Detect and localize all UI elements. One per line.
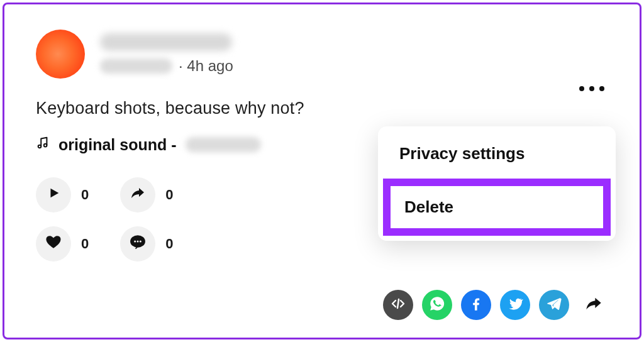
user-block: · 4h ago <box>100 30 233 75</box>
username-redacted <box>100 33 232 51</box>
like-stat: 0 <box>36 226 89 262</box>
post-timestamp: · 4h ago <box>179 57 233 75</box>
heart-icon <box>45 234 62 254</box>
options-popup: Privacy settings Delete <box>378 126 616 241</box>
svg-point-3 <box>134 240 136 242</box>
share-button[interactable] <box>120 177 155 212</box>
telegram-icon <box>546 295 562 314</box>
svg-line-6 <box>397 299 399 308</box>
comment-icon <box>129 234 147 254</box>
share-stat: 0 <box>120 177 173 212</box>
play-icon <box>47 186 60 204</box>
play-button[interactable] <box>36 177 71 212</box>
svg-point-5 <box>140 240 142 242</box>
app-frame: · 4h ago Keyboard shots, because why not… <box>3 3 641 339</box>
embed-icon <box>391 296 406 314</box>
comment-count: 0 <box>165 236 173 252</box>
svg-point-0 <box>38 145 42 148</box>
whatsapp-icon <box>429 295 445 314</box>
avatar[interactable] <box>36 30 85 79</box>
stats-grid: 0 0 0 <box>36 177 174 262</box>
sound-author-redacted <box>186 137 261 152</box>
forward-button[interactable] <box>578 292 609 317</box>
post-content: · 4h ago Keyboard shots, because why not… <box>4 4 640 338</box>
dot-icon <box>579 86 584 91</box>
sound-label: original sound - <box>58 136 177 154</box>
svg-point-1 <box>44 144 47 147</box>
delete-item[interactable]: Delete <box>383 179 611 236</box>
post-header: · 4h ago <box>36 30 608 79</box>
share-arrow-icon <box>130 185 146 204</box>
dot-icon <box>599 86 604 91</box>
play-stat: 0 <box>36 177 89 212</box>
twitter-icon <box>507 295 523 314</box>
handle-row: · 4h ago <box>100 57 233 75</box>
whatsapp-button[interactable] <box>422 290 452 320</box>
post-caption: Keyboard shots, because why not? <box>36 99 608 118</box>
comment-button[interactable] <box>120 226 155 262</box>
play-count: 0 <box>81 187 89 203</box>
like-button[interactable] <box>36 226 71 262</box>
like-count: 0 <box>81 236 89 252</box>
share-row <box>383 290 609 320</box>
music-note-icon <box>36 135 50 155</box>
facebook-button[interactable] <box>461 290 491 320</box>
dot-icon <box>589 86 594 91</box>
embed-button[interactable] <box>383 290 413 320</box>
facebook-icon <box>468 295 484 314</box>
twitter-button[interactable] <box>500 290 530 320</box>
comment-stat: 0 <box>120 226 173 262</box>
telegram-button[interactable] <box>539 290 569 320</box>
share-count: 0 <box>165 187 173 203</box>
svg-point-4 <box>137 240 139 242</box>
more-options-button[interactable] <box>579 86 604 91</box>
forward-arrow-icon <box>583 304 604 314</box>
handle-redacted <box>100 58 172 74</box>
privacy-settings-item[interactable]: Privacy settings <box>378 130 616 177</box>
